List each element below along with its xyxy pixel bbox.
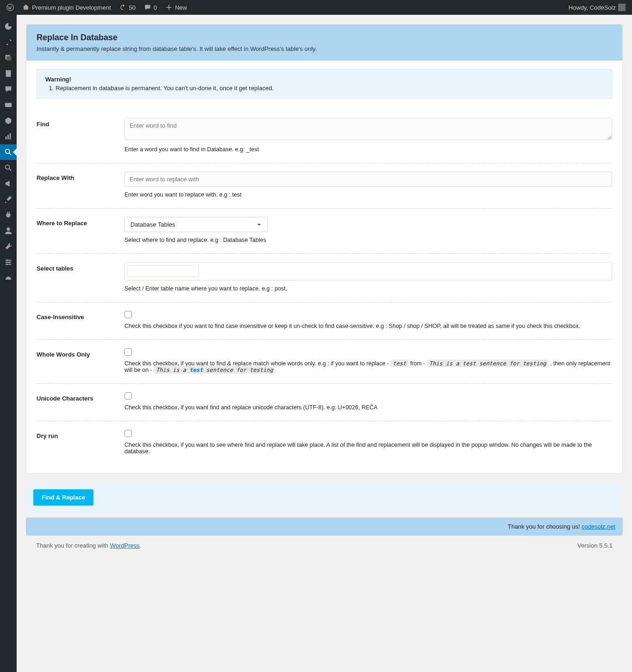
dashboard-icon xyxy=(4,22,12,31)
label-case: Case-Insensitive xyxy=(37,311,124,329)
sidebar-item-settings[interactable] xyxy=(0,254,17,270)
submit-panel: Find & Replace xyxy=(26,483,623,512)
site-name-link[interactable]: Premium plugin Development xyxy=(19,0,114,15)
svg-rect-5 xyxy=(6,136,7,139)
svg-point-12 xyxy=(9,261,11,263)
home-icon xyxy=(22,4,30,11)
footer-wp-link[interactable]: WordPress xyxy=(110,542,140,549)
label-where: Where to Replace xyxy=(37,217,124,243)
dry-checkbox[interactable] xyxy=(124,430,132,437)
sidebar-item-marketing[interactable] xyxy=(0,176,17,191)
row-dry: Dry run Check this checkbox, if you want… xyxy=(37,421,612,465)
sidebar-item-pwa[interactable] xyxy=(0,270,17,286)
comments-icon xyxy=(4,85,12,93)
help-tables: Select / Enter table name where you want… xyxy=(124,285,612,292)
svg-rect-7 xyxy=(10,133,11,140)
howdy-text: Howdy, CodeSolz xyxy=(569,4,616,11)
sidebar-item-search-replace[interactable] xyxy=(0,144,17,160)
label-find: Find xyxy=(37,118,124,153)
help-find: Enter a word you want to find in Databas… xyxy=(124,146,612,153)
help-dry: Check this checkbox, if you want to see … xyxy=(124,442,612,455)
where-select[interactable]: Database Tables xyxy=(124,217,268,232)
case-checkbox[interactable] xyxy=(124,311,132,318)
card-header: Replace In Database Instantly & permanen… xyxy=(26,25,622,61)
thanks-bar: Thank you for choosing us! codesolz.net xyxy=(26,518,623,536)
comments-link[interactable]: 0 xyxy=(141,0,160,15)
comments-count: 0 xyxy=(154,4,157,11)
footer-text: Thank you for creating with xyxy=(36,542,110,549)
plus-icon xyxy=(165,4,173,11)
warning-box: Warning! Replacement in database is perm… xyxy=(37,69,612,99)
sidebar-item-products[interactable] xyxy=(0,113,17,129)
chevron-down-icon xyxy=(256,222,262,228)
unicode-checkbox[interactable] xyxy=(124,392,132,400)
replace-input[interactable] xyxy=(124,172,612,187)
svg-point-13 xyxy=(6,264,8,265)
sidebar-item-plugins[interactable] xyxy=(0,207,17,223)
label-whole: Whole Words Only xyxy=(37,348,124,373)
thanks-text: Thank you for choosing us! xyxy=(508,523,582,530)
label-unicode: Unicode Characters xyxy=(37,392,124,411)
find-input[interactable] xyxy=(124,118,612,140)
label-dry: Dry run xyxy=(37,430,124,455)
sidebar-item-woo[interactable] xyxy=(0,97,17,113)
search-icon xyxy=(4,148,12,156)
new-link[interactable]: New xyxy=(162,0,190,15)
label-tables: Select tables xyxy=(37,262,124,292)
updates-link[interactable]: 50 xyxy=(117,0,138,15)
help-replace: Enter word you want to replace with. e.g… xyxy=(124,191,612,198)
sidebar-item-users[interactable] xyxy=(0,223,17,239)
svg-point-10 xyxy=(6,228,10,231)
wrench-icon xyxy=(4,242,12,251)
sidebar-item-appearance[interactable] xyxy=(0,191,17,207)
row-case: Case-Insensitive Check this checkbox if … xyxy=(37,302,612,340)
help-case: Check this checkbox if you want to find … xyxy=(124,323,612,329)
brush-icon xyxy=(4,195,12,203)
svg-point-11 xyxy=(6,259,8,261)
page-title: Replace In Database xyxy=(37,33,612,43)
main-content: Replace In Database Instantly & permanen… xyxy=(17,15,632,672)
sidebar-item-media[interactable] xyxy=(0,50,17,66)
row-where: Where to Replace Database Tables Select … xyxy=(37,209,612,254)
help-whole: Check this checkbox, if you want to find… xyxy=(124,360,612,373)
avatar xyxy=(618,4,626,11)
svg-rect-3 xyxy=(6,70,11,77)
footer-version: Version 5.5.1 xyxy=(577,542,613,549)
user-icon xyxy=(4,227,12,235)
where-selected-text: Database Tables xyxy=(130,221,175,228)
pwa-icon xyxy=(4,274,12,282)
find-replace-button[interactable]: Find & Replace xyxy=(33,489,93,506)
sidebar-item-analytics[interactable] xyxy=(0,129,17,144)
sidebar-item-search-alt[interactable] xyxy=(0,160,17,176)
help-unicode: Check this checkbox, if you want find an… xyxy=(124,404,612,411)
svg-rect-6 xyxy=(7,135,9,139)
tables-multiselect[interactable] xyxy=(124,262,612,281)
sliders-icon xyxy=(4,258,12,266)
howdy-link[interactable]: Howdy, CodeSolz xyxy=(566,0,628,15)
sidebar-item-comments[interactable] xyxy=(0,81,17,97)
pin-icon xyxy=(4,38,12,46)
page-subtitle: Instantly & permanently replace string f… xyxy=(37,45,612,52)
plug-icon xyxy=(4,211,12,219)
tables-tag-input[interactable] xyxy=(127,265,199,277)
comment-icon xyxy=(144,4,151,11)
woo-icon xyxy=(4,101,12,109)
sidebar-item-pages[interactable] xyxy=(0,66,17,81)
label-replace: Replace With xyxy=(37,172,124,198)
site-name-text: Premium plugin Development xyxy=(32,4,111,11)
wp-logo[interactable] xyxy=(4,0,17,15)
row-replace: Replace With Enter word you want to repl… xyxy=(37,163,612,209)
sidebar-item-tools[interactable] xyxy=(0,239,17,254)
whole-checkbox[interactable] xyxy=(124,348,132,356)
row-whole: Whole Words Only Check this checkbox, if… xyxy=(37,340,612,384)
thanks-link[interactable]: codesolz.net xyxy=(582,523,615,530)
row-unicode: Unicode Characters Check this checkbox, … xyxy=(37,384,612,421)
search-icon xyxy=(4,164,12,172)
svg-point-9 xyxy=(6,165,10,169)
warning-title: Warning! xyxy=(45,76,603,83)
new-text: New xyxy=(175,4,187,11)
sidebar-item-dashboard[interactable] xyxy=(0,18,17,34)
media-icon xyxy=(4,54,12,62)
sidebar-item-posts[interactable] xyxy=(0,34,17,50)
megaphone-icon xyxy=(4,179,12,188)
